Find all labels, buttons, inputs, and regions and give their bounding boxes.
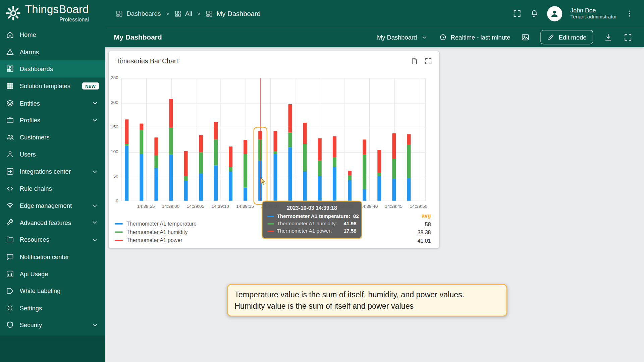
bar-segment[interactable] bbox=[318, 138, 322, 160]
export-widget-icon[interactable] bbox=[410, 57, 418, 65]
bar-segment[interactable] bbox=[377, 176, 381, 200]
sidebar-item-entities[interactable]: Entities bbox=[0, 95, 105, 112]
bar-segment[interactable] bbox=[392, 179, 396, 201]
bar-segment[interactable] bbox=[199, 174, 203, 201]
chart-plot[interactable] bbox=[121, 78, 425, 201]
legend-item-power[interactable]: Thermometer A1 power bbox=[115, 236, 197, 244]
bar-segment[interactable] bbox=[140, 130, 143, 154]
breadcrumb-all[interactable]: All bbox=[174, 10, 192, 17]
bar-segment[interactable] bbox=[154, 138, 158, 156]
bar-segment[interactable] bbox=[140, 154, 143, 201]
bar-segment[interactable] bbox=[377, 173, 381, 176]
download-icon[interactable] bbox=[604, 33, 613, 42]
bar-segment[interactable] bbox=[125, 145, 128, 201]
bar-segment[interactable] bbox=[318, 160, 322, 176]
bar-segment[interactable] bbox=[199, 153, 203, 174]
sidebar-item-notification-center[interactable]: Notification center bbox=[0, 248, 105, 265]
sidebar-item-users[interactable]: Users bbox=[0, 146, 105, 163]
avatar[interactable] bbox=[547, 6, 562, 21]
bar-segment[interactable] bbox=[392, 133, 396, 159]
bar-segment[interactable] bbox=[184, 151, 188, 176]
bar-segment[interactable] bbox=[125, 119, 128, 144]
image-gallery-icon[interactable] bbox=[521, 33, 530, 42]
brand[interactable]: ThingsBoard Professional bbox=[0, 0, 105, 26]
bar-segment[interactable] bbox=[140, 123, 143, 130]
bar-segment[interactable] bbox=[169, 99, 173, 128]
bar-segment[interactable] bbox=[154, 156, 158, 168]
sidebar-item-api-usage[interactable]: Api Usage bbox=[0, 265, 105, 282]
sidebar-item-advanced-features[interactable]: Advanced features bbox=[0, 214, 105, 231]
bar-segment[interactable] bbox=[407, 178, 411, 201]
legend-item-humidity[interactable]: Thermometer A1 humidity bbox=[115, 228, 197, 236]
bar-segment[interactable] bbox=[169, 128, 173, 155]
bar-segment[interactable] bbox=[214, 165, 218, 201]
bar-segment[interactable] bbox=[363, 155, 366, 189]
sidebar-item-customers[interactable]: Customers bbox=[0, 129, 105, 146]
fullscreen-icon[interactable] bbox=[513, 9, 522, 18]
bar-segment[interactable] bbox=[303, 144, 307, 171]
bar-segment[interactable] bbox=[244, 140, 247, 154]
bar-segment[interactable] bbox=[407, 134, 411, 144]
sidebar-item-rule-chains[interactable]: Rule chains bbox=[0, 180, 105, 197]
gridline bbox=[121, 103, 425, 103]
breadcrumb-current[interactable]: My Dashboard bbox=[205, 10, 260, 17]
bar-segment[interactable] bbox=[288, 133, 292, 147]
sidebar-item-profiles[interactable]: Profiles bbox=[0, 112, 105, 129]
bar-segment[interactable] bbox=[244, 187, 247, 201]
bar-segment[interactable] bbox=[273, 154, 277, 201]
sidebar-item-home[interactable]: Home bbox=[0, 26, 105, 43]
bar-segment[interactable] bbox=[273, 152, 277, 154]
dashboard-select[interactable]: My Dashboard bbox=[377, 33, 429, 41]
bar-segment[interactable] bbox=[125, 144, 128, 145]
bar-segment[interactable] bbox=[199, 135, 203, 152]
sidebar-item-label: Api Usage bbox=[20, 270, 99, 277]
bar-segment[interactable] bbox=[273, 131, 277, 152]
sidebar-item-integrations-center[interactable]: Integrations center bbox=[0, 163, 105, 180]
bar-segment[interactable] bbox=[303, 171, 307, 201]
sidebar-item-security[interactable]: Security bbox=[0, 316, 105, 334]
bar-segment[interactable] bbox=[229, 167, 232, 171]
bar-segment[interactable] bbox=[288, 147, 292, 201]
bar-segment[interactable] bbox=[348, 180, 352, 201]
sidebar-item-settings[interactable]: Settings bbox=[0, 299, 105, 316]
bar-segment[interactable] bbox=[363, 189, 366, 201]
bar-segment[interactable] bbox=[377, 150, 381, 173]
bar-segment[interactable] bbox=[392, 159, 396, 179]
sidebar-item-white-labeling[interactable]: White Labeling bbox=[0, 282, 105, 299]
legend-item-temperature[interactable]: Thermometer A1 temperature bbox=[115, 220, 197, 228]
breadcrumb-dashboards[interactable]: Dashboards bbox=[115, 10, 161, 17]
bar-segment[interactable] bbox=[214, 122, 218, 140]
bar-segment[interactable] bbox=[348, 175, 352, 180]
bar-segment[interactable] bbox=[288, 104, 292, 133]
bar-segment[interactable] bbox=[214, 140, 218, 165]
bar-segment[interactable] bbox=[244, 154, 247, 187]
sidebar-item-solution-templates[interactable]: Solution templatesNEW bbox=[0, 77, 105, 95]
bar-segment[interactable] bbox=[333, 136, 336, 157]
bar-segment[interactable] bbox=[184, 176, 188, 181]
widget-fullscreen-icon[interactable] bbox=[424, 57, 432, 65]
more-vert-icon[interactable] bbox=[625, 9, 634, 18]
sidebar-item-resources[interactable]: Resources bbox=[0, 231, 105, 248]
notifications-bell-icon[interactable] bbox=[530, 9, 539, 18]
edit-mode-button[interactable]: Edit mode bbox=[541, 30, 593, 44]
gridline bbox=[196, 78, 196, 201]
toolbar-fullscreen-icon[interactable] bbox=[624, 33, 633, 42]
bar-segment[interactable] bbox=[229, 171, 232, 201]
bar-segment[interactable] bbox=[154, 168, 158, 200]
sidebar-item-edge-management[interactable]: Edge management bbox=[0, 197, 105, 214]
bar-segment[interactable] bbox=[363, 140, 366, 155]
bar-segment[interactable] bbox=[333, 167, 336, 201]
bar-segment[interactable] bbox=[303, 123, 307, 144]
sidebar-item-alarms[interactable]: Alarms bbox=[0, 43, 105, 60]
bar-segment[interactable] bbox=[184, 181, 188, 201]
bar-segment[interactable] bbox=[333, 157, 336, 167]
bar-segment[interactable] bbox=[229, 146, 232, 167]
bar-segment[interactable] bbox=[318, 176, 322, 200]
bar-segment[interactable] bbox=[348, 171, 352, 175]
user-name: John Doe bbox=[570, 7, 617, 14]
timewindow-button[interactable]: Realtime - last minute bbox=[439, 33, 510, 41]
bar-segment[interactable] bbox=[169, 155, 173, 201]
sidebar-item-dashboards[interactable]: Dashboards bbox=[0, 60, 105, 77]
user-menu[interactable]: John Doe Tenant administrator bbox=[570, 7, 617, 20]
bar-segment[interactable] bbox=[407, 144, 411, 178]
